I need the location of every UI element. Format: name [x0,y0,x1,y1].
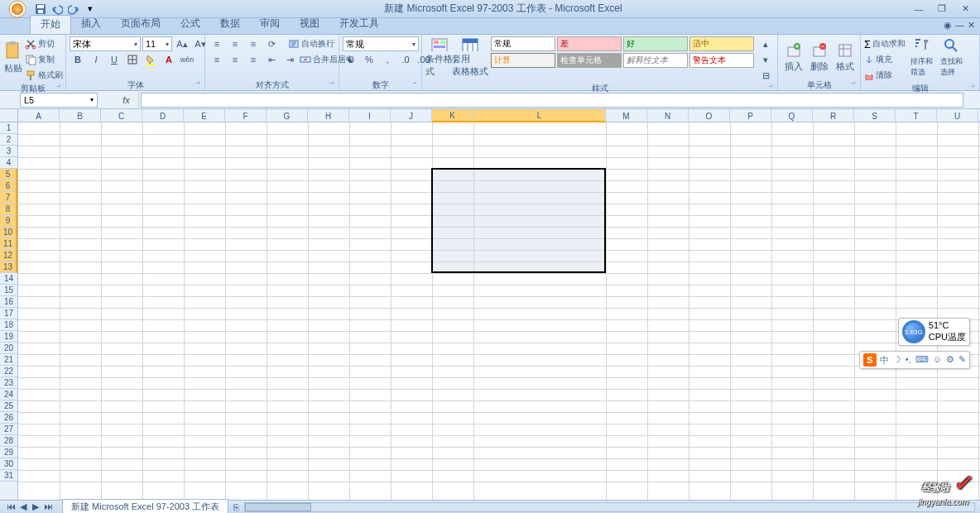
col-header-K[interactable]: K [432,109,473,122]
tab-3[interactable]: 公式 [171,15,210,34]
tab-5[interactable]: 审阅 [250,15,290,34]
ime-item[interactable]: •, [906,354,911,367]
number-format-combo[interactable]: 常规▾ [343,36,419,51]
col-header-M[interactable]: M [606,109,647,122]
grow-font-icon[interactable]: A▴ [174,36,190,51]
ribbon-help-icon[interactable]: ◉ [944,20,952,31]
row-header-6[interactable]: 6 [0,180,17,192]
col-header-C[interactable]: C [101,109,142,122]
ime-item[interactable]: ⌨ [915,354,929,367]
format-table-button[interactable]: 套用 表格格式 [454,36,486,78]
paste-button[interactable]: 粘贴 [3,36,23,78]
select-all-corner[interactable] [0,109,18,122]
row-header-26[interactable]: 26 [0,412,17,424]
align-left-icon[interactable]: ≡ [209,52,225,67]
fill-color-icon[interactable] [142,52,159,67]
ime-item[interactable]: ☽ [893,354,901,367]
sheet-nav[interactable]: ⏮◀▶⏭ [0,501,59,512]
row-header-4[interactable]: 4 [0,157,17,169]
row-header-8[interactable]: 8 [0,204,17,215]
row-header-28[interactable]: 28 [0,435,17,447]
row-header-3[interactable]: 3 [0,146,17,157]
row-header-31[interactable]: 31 [0,470,17,482]
bold-icon[interactable]: B [70,52,86,67]
align-top-icon[interactable]: ≡ [209,36,225,51]
accounting-icon[interactable]: ☯ [343,52,359,67]
qat-dropdown-icon[interactable]: ▾ [83,2,98,17]
col-header-B[interactable]: B [60,109,101,122]
align-middle-icon[interactable]: ≡ [227,36,243,51]
style-差[interactable]: 差 [557,36,622,51]
inc-decimal-icon[interactable]: .0 [397,52,414,67]
col-header-H[interactable]: H [308,109,349,122]
style-适中[interactable]: 适中 [689,36,754,51]
row-header-22[interactable]: 22 [0,366,17,377]
row-header-1[interactable]: 1 [0,122,17,134]
row-header-13[interactable]: 13 [0,261,17,273]
row-header-29[interactable]: 29 [0,447,17,458]
font-size-combo[interactable]: 11▾ [142,36,172,51]
horizontal-scrollbar[interactable] [244,502,975,512]
row-header-10[interactable]: 10 [0,227,17,238]
row-header-27[interactable]: 27 [0,424,17,435]
tab-0[interactable]: 开始 [30,15,71,34]
ime-item[interactable]: ✎ [958,354,966,367]
italic-icon[interactable]: I [88,52,104,67]
tab-4[interactable]: 数据 [210,15,250,34]
close-button[interactable]: ✕ [955,3,975,15]
formula-input[interactable] [141,93,963,108]
col-header-T[interactable]: T [896,109,937,122]
style-检查单元格[interactable]: 检查单元格 [557,53,622,68]
col-header-F[interactable]: F [225,109,267,122]
orientation-icon[interactable]: ⟳ [263,36,280,51]
row-header-21[interactable]: 21 [0,354,17,366]
insert-cells-button[interactable]: 插入 [781,36,805,78]
row-header-19[interactable]: 19 [0,331,17,343]
comma-icon[interactable]: , [379,52,396,67]
col-header-N[interactable]: N [647,109,689,122]
col-header-A[interactable]: A [18,109,60,122]
new-sheet-icon[interactable]: ⎘ [233,502,239,512]
font-color-icon[interactable]: A [161,52,177,67]
col-header-Q[interactable]: Q [771,109,813,122]
undo-icon[interactable] [50,2,65,17]
col-header-S[interactable]: S [854,109,896,122]
indent-dec-icon[interactable]: ⇤ [263,52,280,67]
sort-filter-button[interactable]: 排序和 筛选 [907,36,935,78]
fill-button[interactable]: 填充 [864,52,906,67]
row-header-24[interactable]: 24 [0,389,17,400]
col-header-U[interactable]: U [937,109,978,122]
row-header-17[interactable]: 17 [0,308,17,319]
col-header-E[interactable]: E [184,109,225,122]
cut-button[interactable]: 剪切 [25,36,63,51]
row-header-15[interactable]: 15 [0,285,17,296]
maximize-button[interactable]: ❐ [932,3,952,15]
worksheet-grid[interactable]: ABCDEFGHIJKLMNOPQRSTU 123456789101112131… [0,109,980,500]
style-解释性文本[interactable]: 解释性文本 [623,53,688,68]
tab-2[interactable]: 页面布局 [111,15,171,34]
wrap-text-button[interactable]: 自动换行 [288,36,334,51]
delete-cells-button[interactable]: 删除 [807,36,831,78]
align-right-icon[interactable]: ≡ [245,52,262,67]
tab-7[interactable]: 开发工具 [329,15,389,34]
column-headers[interactable]: ABCDEFGHIJKLMNOPQRSTU [18,109,980,122]
percent-icon[interactable]: % [361,52,377,67]
style-警告文本[interactable]: 警告文本 [689,53,754,68]
col-header-I[interactable]: I [349,109,391,122]
gallery-more-icon[interactable]: ⊟ [757,68,774,83]
font-name-combo[interactable]: 宋体▾ [70,36,141,51]
col-header-D[interactable]: D [142,109,184,122]
conditional-format-button[interactable]: 条件格式 [425,36,453,78]
col-header-R[interactable]: R [813,109,854,122]
phonetic-icon[interactable]: wén [179,52,195,67]
row-header-11[interactable]: 11 [0,238,17,250]
autosum-button[interactable]: Σ自动求和 [864,36,906,51]
minimize-button[interactable]: — [909,3,929,15]
cpu-widget[interactable]: 3.63G 51°CCPU温度 [898,318,970,346]
row-header-25[interactable]: 25 [0,400,17,412]
save-icon[interactable] [33,2,48,17]
copy-button[interactable]: 复制 [25,52,63,67]
indent-inc-icon[interactable]: ⇥ [281,52,298,67]
sheet-tab[interactable]: 新建 Microsoft Excel 97-2003 工作表 [62,499,228,514]
ime-item[interactable]: ☺ [933,354,942,367]
